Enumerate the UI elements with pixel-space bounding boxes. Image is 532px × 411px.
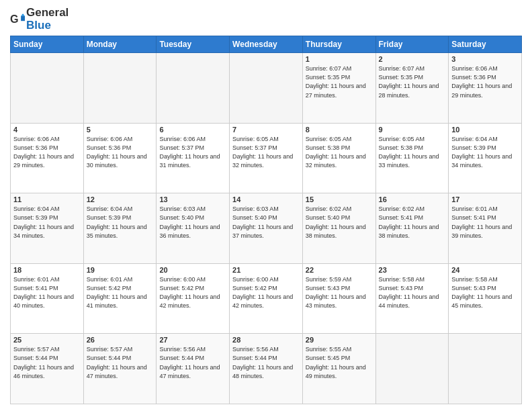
calendar-cell: 9Sunrise: 6:05 AMSunset: 5:38 PMDaylight… — [375, 123, 449, 193]
day-info: Sunrise: 5:57 AMSunset: 5:44 PMDaylight:… — [13, 345, 81, 380]
day-info: Sunrise: 5:56 AMSunset: 5:44 PMDaylight:… — [159, 345, 226, 380]
calendar-cell: 2Sunrise: 6:07 AMSunset: 5:35 PMDaylight… — [375, 53, 449, 124]
day-info: Sunrise: 5:58 AMSunset: 5:43 PMDaylight:… — [451, 275, 519, 310]
day-number: 2 — [379, 55, 446, 63]
day-info: Sunrise: 6:04 AMSunset: 5:39 PMDaylight:… — [451, 135, 519, 170]
day-number: 7 — [232, 126, 300, 134]
calendar-cell — [449, 334, 522, 404]
svg-marker-1 — [21, 16, 25, 21]
day-number: 18 — [13, 266, 81, 274]
weekday-header-row: SundayMondayTuesdayWednesdayThursdayFrid… — [11, 36, 522, 53]
day-info: Sunrise: 5:55 AMSunset: 5:45 PMDaylight:… — [306, 345, 373, 380]
calendar-week-row: 11Sunrise: 6:04 AMSunset: 5:39 PMDayligh… — [11, 193, 522, 264]
day-info: Sunrise: 6:06 AMSunset: 5:36 PMDaylight:… — [87, 135, 154, 170]
calendar-week-row: 25Sunrise: 5:57 AMSunset: 5:44 PMDayligh… — [11, 334, 522, 404]
calendar-cell — [375, 334, 449, 404]
day-number: 19 — [87, 266, 154, 274]
day-info: Sunrise: 6:06 AMSunset: 5:36 PMDaylight:… — [451, 64, 519, 99]
day-info: Sunrise: 5:56 AMSunset: 5:44 PMDaylight:… — [232, 345, 300, 380]
calendar-week-row: 4Sunrise: 6:06 AMSunset: 5:36 PMDaylight… — [11, 123, 522, 193]
day-info: Sunrise: 6:05 AMSunset: 5:38 PMDaylight:… — [379, 135, 446, 170]
calendar-cell: 6Sunrise: 6:06 AMSunset: 5:37 PMDaylight… — [157, 123, 230, 193]
calendar-cell: 14Sunrise: 6:03 AMSunset: 5:40 PMDayligh… — [230, 193, 303, 264]
calendar-cell — [83, 53, 157, 124]
weekday-header-thursday: Thursday — [302, 36, 375, 53]
calendar-cell: 26Sunrise: 5:57 AMSunset: 5:44 PMDayligh… — [83, 334, 157, 404]
day-info: Sunrise: 5:57 AMSunset: 5:44 PMDaylight:… — [87, 345, 154, 380]
calendar-cell — [230, 53, 303, 124]
calendar-cell: 22Sunrise: 5:59 AMSunset: 5:43 PMDayligh… — [302, 263, 375, 334]
calendar-cell: 25Sunrise: 5:57 AMSunset: 5:44 PMDayligh… — [11, 334, 84, 404]
calendar-cell: 18Sunrise: 6:01 AMSunset: 5:41 PMDayligh… — [11, 263, 84, 334]
day-info: Sunrise: 6:07 AMSunset: 5:35 PMDaylight:… — [379, 64, 446, 99]
calendar-cell: 4Sunrise: 6:06 AMSunset: 5:36 PMDaylight… — [11, 123, 84, 193]
day-info: Sunrise: 5:58 AMSunset: 5:43 PMDaylight:… — [379, 275, 446, 310]
day-number: 10 — [451, 126, 519, 134]
calendar-cell: 17Sunrise: 6:01 AMSunset: 5:41 PMDayligh… — [449, 193, 522, 264]
day-number: 8 — [306, 126, 373, 134]
calendar-cell: 28Sunrise: 5:56 AMSunset: 5:44 PMDayligh… — [230, 334, 303, 404]
calendar-cell: 24Sunrise: 5:58 AMSunset: 5:43 PMDayligh… — [449, 263, 522, 334]
weekday-header-friday: Friday — [375, 36, 449, 53]
day-number: 1 — [306, 55, 373, 63]
logo: G General Blue — [10, 7, 69, 32]
logo-text: General Blue — [26, 7, 69, 32]
day-info: Sunrise: 5:59 AMSunset: 5:43 PMDaylight:… — [306, 275, 373, 310]
weekday-header-monday: Monday — [83, 36, 157, 53]
day-number: 29 — [306, 336, 373, 344]
calendar-cell — [11, 53, 84, 124]
calendar-cell: 11Sunrise: 6:04 AMSunset: 5:39 PMDayligh… — [11, 193, 84, 264]
weekday-header-tuesday: Tuesday — [157, 36, 230, 53]
day-number: 11 — [13, 195, 81, 203]
calendar-table: SundayMondayTuesdayWednesdayThursdayFrid… — [10, 36, 522, 404]
day-number: 17 — [451, 195, 519, 203]
day-number: 16 — [379, 195, 446, 203]
weekday-header-wednesday: Wednesday — [230, 36, 303, 53]
day-info: Sunrise: 6:04 AMSunset: 5:39 PMDaylight:… — [87, 205, 154, 240]
day-number: 22 — [306, 266, 373, 274]
calendar-cell: 7Sunrise: 6:05 AMSunset: 5:37 PMDaylight… — [230, 123, 303, 193]
calendar-cell: 29Sunrise: 5:55 AMSunset: 5:45 PMDayligh… — [302, 334, 375, 404]
calendar-cell: 16Sunrise: 6:02 AMSunset: 5:41 PMDayligh… — [375, 193, 449, 264]
day-number: 24 — [451, 266, 519, 274]
day-number: 15 — [306, 195, 373, 203]
day-number: 9 — [379, 126, 446, 134]
day-info: Sunrise: 6:03 AMSunset: 5:40 PMDaylight:… — [232, 205, 300, 240]
day-number: 4 — [13, 126, 81, 134]
calendar-cell: 5Sunrise: 6:06 AMSunset: 5:36 PMDaylight… — [83, 123, 157, 193]
day-info: Sunrise: 6:00 AMSunset: 5:42 PMDaylight:… — [232, 275, 300, 310]
calendar-cell — [157, 53, 230, 124]
header: G General Blue — [10, 7, 522, 32]
day-number: 28 — [232, 336, 300, 344]
calendar-cell: 1Sunrise: 6:07 AMSunset: 5:35 PMDaylight… — [302, 53, 375, 124]
weekday-header-sunday: Sunday — [11, 36, 84, 53]
calendar-cell: 19Sunrise: 6:01 AMSunset: 5:42 PMDayligh… — [83, 263, 157, 334]
page: G General Blue SundayMondayTuesdayWednes… — [0, 0, 532, 411]
day-info: Sunrise: 6:04 AMSunset: 5:39 PMDaylight:… — [13, 205, 81, 240]
day-info: Sunrise: 6:02 AMSunset: 5:40 PMDaylight:… — [306, 205, 373, 240]
calendar-cell: 13Sunrise: 6:03 AMSunset: 5:40 PMDayligh… — [157, 193, 230, 264]
calendar-cell: 15Sunrise: 6:02 AMSunset: 5:40 PMDayligh… — [302, 193, 375, 264]
calendar-cell: 20Sunrise: 6:00 AMSunset: 5:42 PMDayligh… — [157, 263, 230, 334]
calendar-cell: 23Sunrise: 5:58 AMSunset: 5:43 PMDayligh… — [375, 263, 449, 334]
day-info: Sunrise: 6:06 AMSunset: 5:37 PMDaylight:… — [159, 135, 226, 170]
day-info: Sunrise: 6:01 AMSunset: 5:41 PMDaylight:… — [13, 275, 81, 310]
day-info: Sunrise: 6:05 AMSunset: 5:37 PMDaylight:… — [232, 135, 300, 170]
day-info: Sunrise: 6:01 AMSunset: 5:42 PMDaylight:… — [87, 275, 154, 310]
day-number: 12 — [87, 195, 154, 203]
day-info: Sunrise: 6:01 AMSunset: 5:41 PMDaylight:… — [451, 205, 519, 240]
day-info: Sunrise: 6:00 AMSunset: 5:42 PMDaylight:… — [159, 275, 226, 310]
day-number: 13 — [159, 195, 226, 203]
calendar-cell: 27Sunrise: 5:56 AMSunset: 5:44 PMDayligh… — [157, 334, 230, 404]
svg-text:G: G — [10, 13, 19, 25]
day-info: Sunrise: 6:03 AMSunset: 5:40 PMDaylight:… — [159, 205, 226, 240]
day-number: 21 — [232, 266, 300, 274]
calendar-cell: 10Sunrise: 6:04 AMSunset: 5:39 PMDayligh… — [449, 123, 522, 193]
svg-marker-2 — [21, 13, 25, 16]
day-info: Sunrise: 6:07 AMSunset: 5:35 PMDaylight:… — [306, 64, 373, 99]
day-number: 5 — [87, 126, 154, 134]
day-number: 23 — [379, 266, 446, 274]
day-number: 3 — [451, 55, 519, 63]
day-number: 6 — [159, 126, 226, 134]
day-number: 26 — [87, 336, 154, 344]
